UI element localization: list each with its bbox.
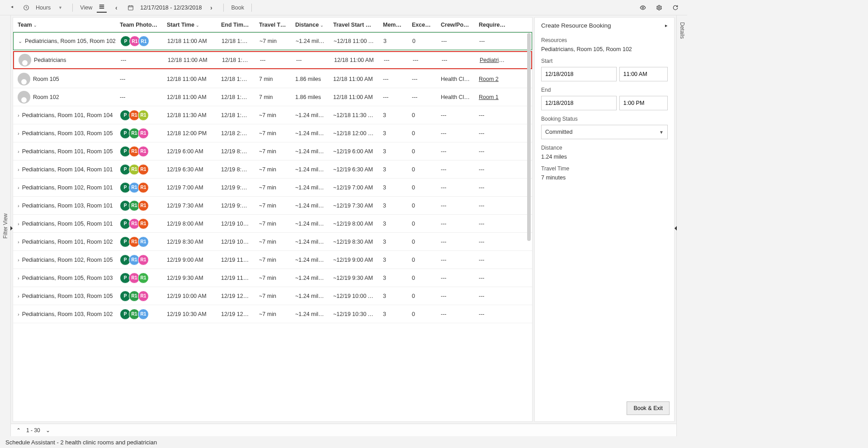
chevron-right-icon[interactable]: ›: [18, 239, 19, 245]
cell-excess: ---: [407, 76, 436, 82]
details-rail[interactable]: Details: [676, 15, 687, 436]
table-row[interactable]: Room 102---12/18 11:00 AM12/18 1:00 PM7 …: [13, 88, 532, 106]
avatar-chip: R1: [138, 309, 149, 320]
cell-tstart: 12/18 11:00 AM: [329, 76, 378, 82]
col-travel[interactable]: Travel Time: [259, 22, 290, 28]
start-time-input[interactable]: [619, 67, 668, 81]
requirement-link[interactable]: Room 1: [479, 94, 499, 100]
toolbar-chevron-left[interactable]: ▸: [7, 3, 17, 13]
chevron-down-icon[interactable]: ⌄: [18, 38, 22, 44]
table-row[interactable]: ›Pediatricians, Room 101, Room 105PR1R11…: [13, 142, 532, 160]
chevron-right-icon[interactable]: ›: [18, 275, 19, 281]
cell-dist: ~1.24 miles: [291, 38, 329, 44]
col-req[interactable]: Requirement: [479, 22, 510, 28]
avatar-chip: R1: [138, 182, 149, 193]
requirement-link[interactable]: Pediatrician: [480, 57, 509, 63]
col-photos[interactable]: Team Photos: [120, 22, 157, 28]
cell-end: 12/18 1:30 PM: [217, 112, 255, 118]
avatar-chip: R1: [138, 36, 149, 47]
filter-rail[interactable]: Filter View: [0, 15, 11, 436]
cell-members: 3: [378, 293, 407, 299]
col-members[interactable]: Members: [383, 22, 407, 28]
book-label[interactable]: Book: [231, 5, 244, 11]
table-row[interactable]: ›Pediatricians, Room 105, Room 103PR1R11…: [13, 269, 532, 287]
grid-view-icon[interactable]: [97, 3, 107, 13]
table-row[interactable]: ›Pediatricians, Room 103, Room 102PR1R11…: [13, 305, 532, 323]
expand-right-icon[interactable]: [675, 226, 677, 231]
table-row[interactable]: ›Pediatricians, Room 103, Room 105PR1R11…: [13, 124, 532, 142]
cell-end: 12/18 2:00 PM: [217, 130, 255, 137]
col-start[interactable]: Start Time: [167, 22, 194, 28]
cell-req: ---: [474, 311, 510, 317]
chevron-right-icon[interactable]: ›: [18, 293, 19, 299]
avatar-group: PR1R1: [120, 146, 158, 157]
cell-members: 3: [378, 203, 407, 209]
gear-icon[interactable]: [654, 3, 664, 13]
table-row[interactable]: ›Pediatricians, Room 102, Room 101PR1R11…: [13, 179, 532, 197]
calendar-icon[interactable]: [126, 3, 136, 13]
chevron-right-icon[interactable]: ›: [18, 113, 19, 118]
chevron-right-icon[interactable]: ›: [18, 167, 19, 172]
chevron-right-icon[interactable]: ›: [18, 221, 19, 226]
col-tstart[interactable]: Travel Start Time: [333, 22, 378, 28]
cell-tstart: ~12/19 8:00 AM: [329, 221, 378, 227]
team-name: Room 102: [33, 94, 59, 100]
cell-excess: 0: [408, 38, 437, 44]
chevron-right-icon[interactable]: ›: [18, 185, 19, 190]
chevron-right-icon[interactable]: ›: [18, 131, 19, 136]
avatar-chip: R1: [138, 146, 149, 157]
cell-end: 12/18 1:00 PM: [217, 76, 255, 82]
table-row[interactable]: ›Pediatricians, Room 105, Room 101PR1R11…: [13, 215, 532, 233]
svg-rect-2: [99, 6, 104, 7]
col-team[interactable]: Team: [18, 22, 32, 28]
next-week-icon[interactable]: ›: [206, 3, 216, 13]
col-crew[interactable]: Crew/Pool: [441, 22, 469, 28]
hours-label[interactable]: Hours: [36, 5, 51, 11]
page-down-icon[interactable]: ⌄: [46, 427, 50, 434]
table-row[interactable]: Pediatricians---12/18 11:00 AM12/18 1:00…: [13, 51, 532, 69]
team-name: Pediatricians, Room 105, Room 101: [22, 221, 113, 227]
table-row[interactable]: ›Pediatricians, Room 103, Room 105PR1R11…: [13, 287, 532, 305]
date-range[interactable]: 12/17/2018 - 12/23/2018: [140, 5, 202, 11]
table-row[interactable]: ›Pediatricians, Room 103, Room 101PR1R11…: [13, 197, 532, 215]
cell-travel: 7 min: [255, 76, 291, 82]
status-select[interactable]: Committed ▼: [541, 125, 668, 139]
chevron-right-icon[interactable]: ›: [18, 203, 19, 208]
start-date-input[interactable]: [541, 67, 617, 81]
avatar-group: PR1R1: [120, 291, 158, 302]
team-name: Room 105: [33, 76, 59, 82]
table-row[interactable]: ›Pediatricians, Room 101, Room 104PR1R11…: [13, 106, 532, 124]
avatar-chip: R1: [138, 291, 149, 302]
cell-members: 3: [378, 166, 407, 173]
table-row[interactable]: Room 105---12/18 11:00 AM12/18 1:00 PM7 …: [13, 70, 532, 88]
refresh-icon[interactable]: [670, 3, 680, 13]
table-row[interactable]: ›Pediatricians, Room 101, Room 102PR1R11…: [13, 233, 532, 251]
scrollbar[interactable]: [527, 32, 531, 420]
cell-dist: ~1.24 miles: [291, 148, 329, 155]
col-end[interactable]: End Time: [221, 22, 249, 28]
page-up-icon[interactable]: ⌃: [16, 427, 21, 434]
col-excess[interactable]: Excess M...: [412, 22, 436, 28]
end-date-input[interactable]: [541, 96, 617, 110]
table-row[interactable]: ›Pediatricians, Room 102, Room 105PR1R11…: [13, 251, 532, 269]
cell-excess: 0: [407, 148, 436, 155]
avatar-group: PR1R1: [120, 36, 158, 47]
eye-icon[interactable]: [638, 3, 648, 13]
cell-tstart: ~12/19 7:00 AM: [329, 184, 378, 191]
col-dist[interactable]: Distance: [295, 22, 319, 28]
cell-excess: 0: [407, 112, 436, 118]
prev-week-icon[interactable]: ‹: [111, 3, 121, 13]
requirement-link[interactable]: Room 2: [479, 76, 499, 82]
table-row[interactable]: ›Pediatricians, Room 104, Room 101PR1R11…: [13, 160, 532, 179]
table-row[interactable]: ⌄Pediatricians, Room 105, Room 102PR1R11…: [13, 32, 532, 50]
chevron-right-icon[interactable]: ›: [18, 311, 19, 317]
book-exit-button[interactable]: Book & Exit: [627, 401, 670, 415]
cell-dist: ~1.24 miles: [291, 221, 329, 227]
chevron-right-icon[interactable]: ›: [18, 149, 19, 154]
chevron-right-icon[interactable]: ›: [18, 257, 19, 263]
panel-collapse-icon[interactable]: ▸: [665, 23, 668, 28]
avatar-group: PR1R1: [120, 236, 158, 247]
dropdown-icon[interactable]: ▼: [55, 3, 65, 13]
cell-start: 12/19 8:30 AM: [162, 239, 217, 245]
end-time-input[interactable]: [619, 96, 668, 110]
